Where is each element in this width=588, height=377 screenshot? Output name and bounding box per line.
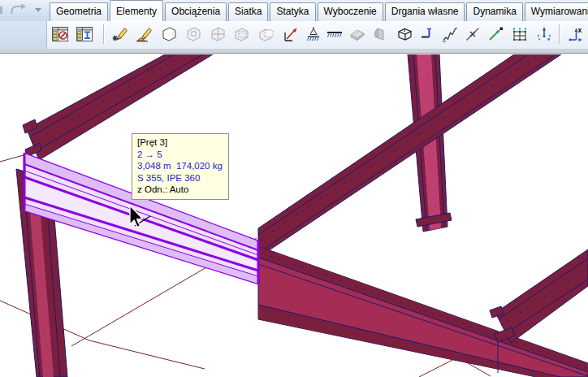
spring-icon[interactable] bbox=[440, 24, 460, 44]
redo-icon[interactable] bbox=[12, 4, 26, 15]
tooltip-line: [Pręt 3] bbox=[137, 136, 223, 149]
beam-upper-right[interactable] bbox=[258, 54, 561, 258]
tooltip-line: 3,048 m 174,020 kg bbox=[137, 160, 223, 172]
tab-statyka[interactable]: Statyka bbox=[270, 2, 315, 21]
new-node-icon[interactable] bbox=[110, 24, 130, 44]
application-window: GeometriaElementyObciążeniaSiatkaStatyka… bbox=[0, 0, 588, 377]
ribbon-tab-strip: GeometriaElementyObciążeniaSiatkaStatyka… bbox=[0, 0, 588, 21]
toolbar-separator bbox=[103, 24, 105, 44]
local-axes-icon[interactable] bbox=[281, 24, 300, 44]
slab-icon[interactable] bbox=[348, 24, 367, 44]
new-beam-icon[interactable] bbox=[135, 24, 154, 44]
tab-siatka[interactable]: Siatka bbox=[228, 2, 268, 21]
quick-access-toolbar bbox=[0, 0, 47, 21]
point-support-icon[interactable] bbox=[304, 24, 323, 44]
rotate-node-icon[interactable] bbox=[534, 24, 554, 44]
tension-member-icon[interactable] bbox=[486, 24, 505, 44]
panel-copy-icon[interactable] bbox=[232, 24, 252, 44]
ucs-axes-icon[interactable]: x bbox=[565, 24, 585, 44]
section-list-icon[interactable] bbox=[75, 24, 94, 44]
model-viewport[interactable] bbox=[0, 54, 588, 377]
panel-mesh-icon[interactable] bbox=[208, 24, 227, 44]
svg-text:x: x bbox=[578, 26, 582, 34]
toolbar-bottom-edge bbox=[0, 49, 588, 54]
ribbon-tabs: GeometriaElementyObciążeniaSiatkaStatyka… bbox=[50, 0, 588, 21]
release-icon[interactable] bbox=[463, 24, 482, 44]
line-support-icon[interactable] bbox=[325, 24, 344, 44]
tab-obciążenia[interactable]: Obciążenia bbox=[165, 2, 227, 21]
tab-wymiarowanie-żelbet[interactable]: Wymiarowanie - Żelbet bbox=[525, 2, 588, 21]
mesh-points-icon[interactable] bbox=[510, 24, 530, 44]
dropdown-caret-icon[interactable] bbox=[35, 8, 41, 12]
tab-wyboczenie[interactable]: Wyboczenie bbox=[318, 2, 383, 21]
tab-dynamika[interactable]: Dynamika bbox=[466, 2, 522, 21]
rigid-offset-icon[interactable] bbox=[417, 24, 437, 44]
member-info-tooltip: [Pręt 3]2 → 53,048 m 174,020 kgS 355, IP… bbox=[132, 133, 229, 200]
profile-list-icon[interactable] bbox=[50, 24, 70, 44]
tab-elementy[interactable]: Elementy bbox=[110, 0, 163, 21]
tooltip-line: z Odn.: Auto bbox=[137, 184, 223, 196]
tab-geometria[interactable]: Geometria bbox=[50, 2, 108, 21]
panel-paste-icon[interactable] bbox=[257, 24, 276, 44]
toolbar-separator bbox=[559, 24, 560, 44]
toolbar-left-margin bbox=[0, 21, 46, 49]
frame-box-icon[interactable] bbox=[395, 24, 414, 44]
tab-drgania-własne[interactable]: Drgania własne bbox=[385, 2, 465, 21]
structure-3d-scene bbox=[0, 54, 588, 377]
wall-icon[interactable] bbox=[370, 24, 390, 44]
tooltip-line: S 355, IPE 360 bbox=[137, 172, 223, 184]
panel-hole-icon[interactable] bbox=[184, 24, 203, 44]
new-panel-icon[interactable] bbox=[159, 24, 179, 44]
elements-toolbar: x bbox=[46, 21, 588, 49]
tooltip-line: 2 → 5 bbox=[137, 149, 223, 161]
